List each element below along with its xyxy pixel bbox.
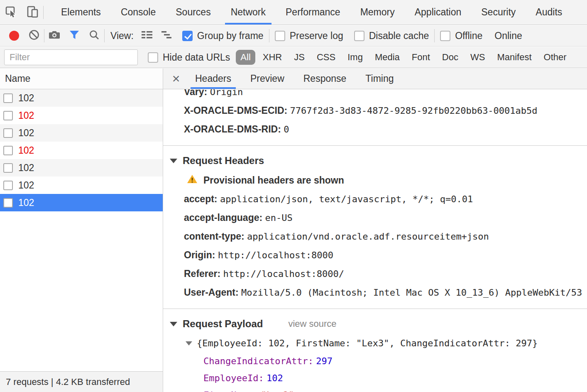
- group-by-frame-toggle[interactable]: Group by frame: [182, 30, 264, 42]
- disable-cache-checkbox[interactable]: [354, 31, 364, 41]
- tab-preview[interactable]: Preview: [241, 69, 294, 89]
- filter-type-manifest[interactable]: Manifest: [492, 50, 536, 65]
- tab-elements[interactable]: Elements: [51, 0, 111, 24]
- disclosure-triangle-icon[interactable]: [170, 322, 177, 326]
- group-by-frame-checkbox[interactable]: [182, 31, 193, 41]
- header-name: Referer:: [184, 268, 220, 279]
- request-row[interactable]: 102: [0, 107, 163, 124]
- request-headers-section-header[interactable]: Request Headers: [163, 146, 587, 167]
- request-row[interactable]: 102: [0, 142, 163, 159]
- request-name: 102: [18, 197, 34, 208]
- filter-type-media[interactable]: Media: [370, 50, 404, 65]
- payload-value: "Lex3": [261, 390, 294, 392]
- group-by-frame-label: Group by frame: [197, 30, 264, 42]
- request-header-row: accept: application/json, text/javascrip…: [184, 190, 587, 208]
- request-header-row: accept-language: en-US: [184, 208, 587, 227]
- tab-application[interactable]: Application: [405, 0, 472, 24]
- response-header-row: X-ORACLE-DMS-RID: 0: [184, 120, 587, 139]
- record-button[interactable]: [4, 27, 24, 44]
- request-row[interactable]: 102: [0, 89, 163, 107]
- disclosure-triangle-icon[interactable]: [170, 159, 177, 163]
- row-checkbox[interactable]: [3, 181, 13, 190]
- filter-toggle-button[interactable]: [64, 27, 84, 44]
- filter-type-other[interactable]: Other: [539, 50, 571, 65]
- request-payload-title: Request Payload: [183, 318, 263, 330]
- payload-entries: ChangeIndicatorAttr: 297 EmployeeId: 102…: [203, 353, 587, 392]
- hide-data-urls-checkbox[interactable]: [148, 52, 158, 63]
- tab-memory[interactable]: Memory: [350, 0, 405, 24]
- header-name: accept:: [184, 194, 218, 204]
- filter-type-xhr[interactable]: XHR: [258, 50, 286, 65]
- disable-cache-label: Disable cache: [369, 30, 429, 42]
- hide-data-urls-label: Hide data URLs: [163, 52, 230, 63]
- request-row[interactable]: 102: [0, 159, 163, 176]
- offline-checkbox[interactable]: [440, 31, 450, 41]
- tab-response[interactable]: Response: [294, 69, 356, 89]
- row-checkbox[interactable]: [3, 93, 13, 103]
- inspect-element-button[interactable]: [0, 0, 22, 24]
- request-name: 102: [18, 110, 34, 121]
- capture-screenshots-button[interactable]: [44, 27, 64, 44]
- payload-object-summary[interactable]: {EmployeeId: 102, FirstName: "Lex3", Cha…: [186, 338, 587, 348]
- header-name: Origin:: [184, 250, 215, 260]
- filter-type-font[interactable]: Font: [407, 50, 435, 65]
- payload-entry: EmployeeId: 102: [203, 370, 587, 387]
- response-header-row: Vary: Origin: [184, 89, 587, 101]
- tab-console[interactable]: Console: [111, 0, 166, 24]
- offline-toggle[interactable]: Offline: [440, 30, 482, 42]
- close-details-button[interactable]: ×: [166, 69, 186, 89]
- tab-performance[interactable]: Performance: [276, 0, 350, 24]
- header-value: en-US: [265, 213, 293, 223]
- payload-key: ChangeIndicatorAttr:: [203, 356, 313, 366]
- filter-type-doc[interactable]: Doc: [438, 50, 463, 65]
- device-toolbar-button[interactable]: [22, 0, 43, 24]
- tab-security[interactable]: Security: [471, 0, 526, 24]
- disable-cache-toggle[interactable]: Disable cache: [354, 30, 429, 42]
- record-icon: [9, 31, 19, 41]
- toolbar-separator: [43, 6, 44, 19]
- toolbar-separator: [269, 29, 269, 42]
- request-name: 102: [18, 93, 34, 104]
- request-row[interactable]: 102: [0, 124, 163, 142]
- row-checkbox[interactable]: [3, 146, 13, 155]
- filter-input[interactable]: [4, 49, 138, 65]
- tab-network[interactable]: Network: [221, 0, 276, 24]
- request-details-panel: × Headers Preview Response Timing Vary: …: [163, 69, 587, 392]
- request-headers-title: Request Headers: [183, 155, 264, 167]
- request-row-selected[interactable]: 102: [0, 194, 163, 211]
- filter-type-ws[interactable]: WS: [466, 50, 489, 65]
- tab-audits[interactable]: Audits: [526, 0, 572, 24]
- show-overview-button[interactable]: [157, 27, 177, 44]
- details-tabbar: × Headers Preview Response Timing: [163, 69, 587, 89]
- use-large-rows-button[interactable]: [137, 27, 157, 44]
- filter-type-js[interactable]: JS: [289, 50, 309, 65]
- inspect-cursor-icon: [4, 5, 17, 20]
- preserve-log-toggle[interactable]: Preserve log: [275, 30, 343, 42]
- name-column-header[interactable]: Name: [0, 69, 163, 89]
- tab-headers[interactable]: Headers: [186, 69, 241, 89]
- preserve-log-checkbox[interactable]: [275, 31, 285, 41]
- hide-data-urls-toggle[interactable]: Hide data URLs: [148, 52, 230, 63]
- request-row[interactable]: 102: [0, 176, 163, 194]
- row-checkbox[interactable]: [3, 128, 13, 138]
- preserve-log-label: Preserve log: [290, 30, 343, 42]
- tab-timing[interactable]: Timing: [356, 69, 403, 89]
- payload-key: EmployeeId:: [203, 373, 264, 383]
- row-checkbox[interactable]: [3, 163, 13, 173]
- request-name: 102: [18, 145, 34, 156]
- filter-type-css[interactable]: CSS: [312, 50, 340, 65]
- filter-type-img[interactable]: Img: [343, 50, 367, 65]
- row-checkbox[interactable]: [3, 111, 13, 120]
- disclosure-triangle-icon[interactable]: [186, 341, 192, 345]
- network-toolbar: View: Group by frame: [0, 25, 587, 47]
- clear-button[interactable]: [24, 27, 44, 44]
- view-source-link[interactable]: view source: [288, 318, 336, 329]
- row-checkbox[interactable]: [3, 198, 13, 208]
- clear-icon: [28, 29, 40, 42]
- request-payload-section-header[interactable]: Request Payload view source: [163, 309, 587, 330]
- search-button[interactable]: [84, 27, 104, 44]
- tab-sources[interactable]: Sources: [166, 0, 220, 24]
- throttling-dropdown[interactable]: Online: [494, 30, 522, 42]
- filter-type-all[interactable]: All: [236, 50, 255, 65]
- requests-summary: 7 requests | 4.2 KB transferred: [6, 377, 130, 387]
